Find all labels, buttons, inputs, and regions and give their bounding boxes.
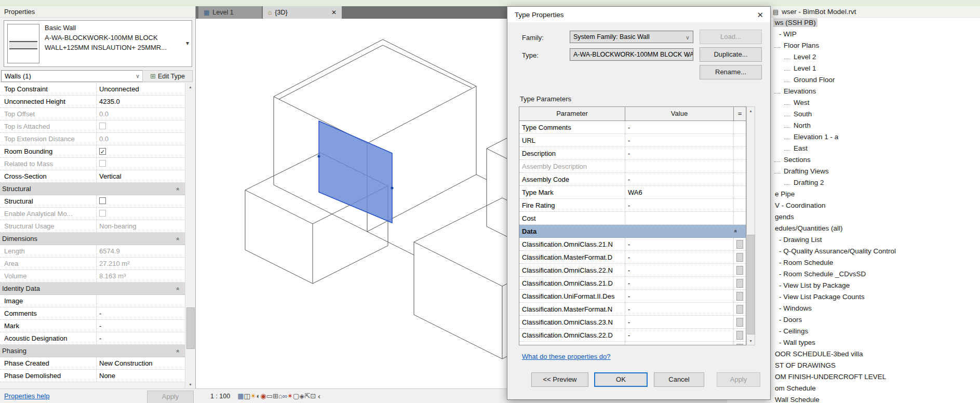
show-crop-icon[interactable]: ⊞: [273, 392, 278, 400]
parameter-value-cell[interactable]: -: [625, 342, 734, 345]
type-selector[interactable]: Basic Wall A-WA-BLOCKWORK-100MM BLOCK WA…: [4, 20, 192, 67]
parameter-value-cell[interactable]: -: [625, 173, 734, 185]
parameter-value-cell[interactable]: -: [625, 329, 734, 341]
property-value[interactable]: 8.163 m³: [97, 272, 185, 280]
parameter-value-cell[interactable]: -: [625, 121, 734, 133]
analytical-model-icon[interactable]: ◈: [299, 392, 304, 400]
property-value[interactable]: [97, 210, 185, 218]
type-selector-dropdown-icon[interactable]: ▾: [186, 39, 189, 47]
scroll-up-icon[interactable]: ▴: [185, 83, 195, 91]
constraints-icon[interactable]: ⊡: [310, 392, 316, 400]
associate-param-button[interactable]: [736, 253, 743, 262]
property-section-header[interactable]: Structural«: [0, 183, 185, 195]
type-combo[interactable]: A-WA-BLOCKWORK-100MM BLOCK WA ∨: [570, 48, 693, 61]
preview-button[interactable]: << Preview: [531, 372, 588, 387]
parameter-value-cell[interactable]: -: [625, 290, 734, 302]
parameter-value-cell[interactable]: -: [625, 251, 734, 263]
property-value[interactable]: 0.0: [97, 135, 185, 143]
property-value[interactable]: ✓: [97, 147, 185, 155]
properties-scrollbar[interactable]: ▴ ▾: [185, 83, 195, 388]
property-value[interactable]: New Construction: [97, 359, 185, 367]
property-value[interactable]: 6574.9: [97, 247, 185, 255]
property-value[interactable]: Non-bearing: [97, 222, 185, 230]
associate-param-button[interactable]: [736, 292, 743, 301]
properties-doc-link[interactable]: What do these properties do?: [522, 353, 611, 360]
properties-help-link[interactable]: Properties help: [4, 392, 49, 400]
rename-button[interactable]: Rename...: [700, 65, 762, 79]
displacement-icon[interactable]: ⇱: [304, 392, 310, 400]
property-section-header[interactable]: Dimensions«: [0, 233, 185, 245]
collapse-chevron-icon[interactable]: «: [175, 237, 181, 240]
parameter-value-cell[interactable]: -: [625, 277, 734, 289]
property-value[interactable]: -: [97, 334, 185, 342]
view-scale-button[interactable]: 1 : 100: [210, 393, 230, 400]
scrollbar-thumb[interactable]: [747, 235, 755, 334]
property-value[interactable]: 27.210 m²: [97, 260, 185, 267]
dialog-close-icon[interactable]: ✕: [757, 10, 763, 20]
tab-3d[interactable]: ⌂ {3D} ✕: [263, 6, 342, 19]
associate-param-button[interactable]: [736, 240, 743, 249]
visual-style-icon[interactable]: ◫: [244, 392, 250, 400]
tab-level-1[interactable]: ▦ Level 1: [198, 6, 262, 19]
element-filter-combo[interactable]: Walls (1) ∨: [1, 70, 143, 82]
ok-button[interactable]: OK: [594, 372, 648, 387]
data-section-header[interactable]: Data«: [519, 225, 746, 238]
property-section-header[interactable]: Identity Data«: [0, 283, 185, 295]
scroll-up-icon[interactable]: ▴: [747, 107, 755, 115]
collapse-chevron-icon[interactable]: «: [175, 187, 181, 190]
scroll-left-icon[interactable]: ‹: [318, 392, 320, 400]
duplicate-button[interactable]: Duplicate...: [700, 47, 762, 62]
parameter-value-cell[interactable]: -: [625, 264, 734, 276]
collapse-chevron-icon[interactable]: «: [175, 349, 181, 352]
property-value[interactable]: 0.0: [97, 110, 185, 118]
scroll-down-icon[interactable]: ▾: [747, 337, 755, 345]
property-section-header[interactable]: Phasing«: [0, 345, 185, 357]
parameter-value-cell[interactable]: [625, 160, 734, 172]
checkbox-unchecked[interactable]: [99, 197, 106, 204]
parameter-value-cell[interactable]: -: [625, 303, 734, 315]
table-scrollbar[interactable]: ▴ ▾: [746, 106, 755, 345]
reveal-hidden-icon[interactable]: ✶: [287, 392, 293, 400]
cancel-button[interactable]: Cancel: [654, 372, 704, 387]
associate-param-button[interactable]: [736, 318, 743, 327]
parameter-value-cell[interactable]: WA6: [625, 186, 734, 198]
associate-param-button[interactable]: [736, 266, 743, 275]
property-value[interactable]: [97, 123, 185, 131]
edit-type-button[interactable]: ⊞ Edit Type: [142, 70, 193, 82]
close-tab-icon[interactable]: ✕: [331, 9, 337, 16]
family-combo[interactable]: System Family: Basic Wall ∨: [570, 31, 693, 43]
crop-view-icon[interactable]: ▭: [266, 392, 273, 400]
parameter-value-cell[interactable]: -: [625, 134, 734, 146]
scrollbar-thumb[interactable]: [186, 307, 195, 349]
associate-param-button[interactable]: [736, 344, 743, 346]
associate-param-button[interactable]: [736, 331, 743, 340]
property-value[interactable]: Vertical: [97, 172, 185, 180]
temporary-view-icon[interactable]: ▢: [293, 392, 299, 400]
rendering-icon[interactable]: ◉: [260, 392, 266, 400]
property-value[interactable]: [97, 197, 185, 206]
property-value[interactable]: None: [97, 372, 185, 380]
associate-param-button[interactable]: [736, 305, 743, 314]
property-value[interactable]: -: [97, 310, 185, 317]
parameter-value-cell[interactable]: -: [625, 199, 734, 211]
collapse-chevron-icon[interactable]: «: [733, 230, 739, 233]
property-value[interactable]: Unconnected: [97, 85, 185, 93]
scroll-down-icon[interactable]: ▾: [185, 381, 195, 388]
property-value[interactable]: 4235.0: [97, 98, 185, 105]
sun-path-icon[interactable]: ☀: [250, 392, 257, 400]
dialog-titlebar[interactable]: Type Properties: [507, 7, 770, 22]
lock-view-icon[interactable]: ⌂: [278, 392, 283, 400]
parameter-value-cell[interactable]: [625, 212, 734, 224]
checkbox-checked[interactable]: ✓: [99, 148, 106, 155]
apply-button[interactable]: Apply: [147, 391, 194, 403]
collapse-chevron-icon[interactable]: «: [175, 287, 181, 290]
property-value[interactable]: [97, 160, 185, 168]
load-button[interactable]: Load...: [700, 30, 762, 44]
hide-isolate-icon[interactable]: ∞: [283, 392, 287, 400]
parameter-value-cell[interactable]: -: [625, 147, 734, 159]
parameter-value-cell[interactable]: -: [625, 238, 734, 250]
dialog-apply-button[interactable]: Apply: [717, 372, 760, 387]
associate-param-button[interactable]: [736, 279, 743, 288]
parameter-value-cell[interactable]: -: [625, 316, 734, 328]
detail-level-icon[interactable]: ▦: [237, 392, 244, 400]
